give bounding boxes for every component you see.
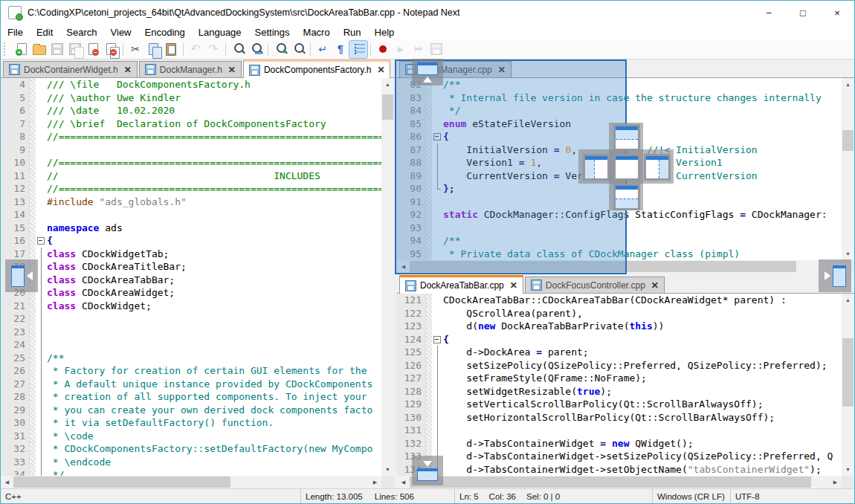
scroll-left-icon[interactable]: ◀ (397, 476, 410, 488)
menu-item-settings[interactable]: Settings (248, 25, 297, 39)
code-line[interactable]: 133 d->TabsContainerWidget->setSizePolic… (397, 450, 842, 463)
tab-dockfocuscontroller.cpp[interactable]: DockFocusController.cpp✕ (525, 277, 665, 293)
replace-button[interactable]: ab (247, 41, 265, 58)
code-line[interactable]: 5/// \author Uwe Kindler (1, 91, 381, 105)
new-file-button[interactable]: + (13, 41, 30, 58)
fold-collapse-icon[interactable] (432, 333, 443, 346)
find-button[interactable] (229, 41, 247, 58)
maximize-button[interactable]: □ (786, 1, 820, 25)
tab-dockcomponentsfactory.h[interactable]: DockComponentsFactory.h✕ (243, 59, 391, 78)
code-line[interactable]: 123 d(new DockAreaTabBarPrivate(this)) (397, 320, 842, 333)
code-line[interactable]: 23 (1, 326, 381, 339)
code-line[interactable]: 24 (1, 338, 381, 352)
vertical-scrollbar[interactable]: ▲ ▼ (842, 78, 854, 260)
code-line[interactable]: 125 d->DockArea = parent; (397, 346, 842, 359)
code-line[interactable]: 127 setFrameStyle(QFrame::NoFrame); (397, 372, 842, 385)
code-line[interactable]: 129 setVerticalScrollBarPolicy(Qt::Scrol… (397, 398, 842, 411)
vertical-scrollbar[interactable]: ▲ ▼ (381, 78, 394, 476)
code-line[interactable]: 28 * creation of all supported component… (1, 390, 381, 404)
editor-left[interactable]: 4/// \file DockComponentsFactory.h5/// \… (1, 78, 394, 488)
dock-top-indicator-icon[interactable] (613, 124, 640, 151)
menu-item-help[interactable]: Help (368, 25, 401, 39)
cut-button[interactable]: ✂ (126, 41, 144, 58)
save-all-button[interactable] (66, 41, 84, 58)
menu-item-run[interactable]: Run (337, 25, 368, 39)
redo-button[interactable]: ↷ (204, 41, 222, 58)
tab-dockmanager.h[interactable]: DockManager.h✕ (139, 61, 242, 77)
play-macro-button[interactable]: ▶ (392, 41, 410, 58)
scroll-up-icon[interactable]: ▲ (842, 78, 854, 91)
scrollbar-thumb[interactable] (842, 338, 854, 407)
dock-bottom-indicator-icon[interactable] (613, 184, 640, 210)
code-line[interactable]: 10//====================================… (1, 156, 381, 169)
code-line[interactable]: 32 * CDockComponentsFactory::setDefaultF… (1, 442, 381, 456)
dock-center-indicator-icon[interactable] (613, 154, 640, 181)
code-line[interactable]: 124{ (397, 333, 842, 346)
scrollbar-thumb[interactable] (842, 130, 854, 151)
scrollbar-thumb[interactable] (382, 94, 393, 120)
menu-item-file[interactable]: File (1, 25, 30, 39)
tab-close-icon[interactable]: ✕ (124, 65, 132, 75)
zoom-in-button[interactable]: + (271, 41, 289, 58)
code-line[interactable]: 26 * Factory for creation of certain GUI… (1, 364, 381, 378)
toolbar-grip[interactable] (4, 42, 8, 56)
record-macro-button[interactable] (374, 41, 392, 58)
code-line[interactable]: 33 * \endcode (1, 456, 381, 469)
horizontal-scrollbar[interactable]: ◀ ▶ (397, 476, 842, 488)
fold-collapse-icon[interactable] (36, 234, 47, 248)
scroll-down-icon[interactable]: ▼ (842, 463, 854, 476)
code-line[interactable]: 8//=====================================… (1, 130, 381, 143)
scroll-left-icon[interactable]: ◀ (1, 476, 13, 488)
zoom-out-button[interactable]: − (289, 41, 307, 58)
run-macro-multiple-button[interactable]: ▶▶ (410, 41, 428, 58)
code-line[interactable]: 121CDockAreaTabBar::CDockAreaTabBar(CDoc… (397, 294, 842, 307)
menu-item-macro[interactable]: Macro (297, 25, 337, 39)
scroll-right-icon[interactable]: ▶ (829, 476, 842, 488)
open-file-button[interactable] (30, 41, 48, 58)
scroll-up-icon[interactable]: ▲ (842, 294, 854, 306)
dock-window-top-indicator[interactable] (412, 59, 443, 85)
code-line[interactable]: 20class CDockAreaWidget; (1, 286, 381, 300)
close-button[interactable]: − (84, 41, 102, 58)
menu-item-view[interactable]: View (104, 25, 138, 39)
dock-window-right-indicator[interactable] (819, 259, 851, 292)
code-line[interactable]: 126 setSizePolicy(QSizePolicy::Preferred… (397, 359, 842, 372)
code-line[interactable]: 13#include "ads_globals.h" (1, 196, 381, 209)
menu-item-encoding[interactable]: Encoding (138, 25, 192, 39)
code-line[interactable]: 4/// \file DockComponentsFactory.h (1, 78, 381, 91)
editor-bottom-right[interactable]: 121CDockAreaTabBar::CDockAreaTabBar(CDoc… (397, 294, 854, 488)
code-line[interactable]: 22 (1, 312, 381, 326)
dock-left-indicator-icon[interactable] (583, 154, 610, 181)
code-line[interactable]: 12//====================================… (1, 182, 381, 196)
code-line[interactable]: 18class CDockAreaTitleBar; (1, 260, 381, 274)
code-line[interactable]: 9 (1, 143, 381, 157)
scrollbar-thumb[interactable] (410, 476, 811, 488)
code-line[interactable]: 132 d->TabsContainerWidget = new QWidget… (397, 437, 842, 450)
menu-item-edit[interactable]: Edit (30, 25, 59, 39)
code-line[interactable]: 128 setWidgetResizable(true); (397, 385, 842, 398)
tab-close-icon[interactable]: ✕ (228, 65, 236, 75)
code-line[interactable]: 16{ (1, 234, 381, 248)
code-line[interactable]: 122 QScrollArea(parent), (397, 307, 842, 320)
code-line[interactable]: 30 * it via setDefaultFactory() function… (1, 416, 381, 430)
code-line[interactable]: 11// INCLUDES (1, 169, 381, 183)
word-wrap-button[interactable]: ↵ (314, 41, 332, 58)
dock-window-bottom-indicator[interactable] (412, 456, 443, 485)
vertical-scrollbar[interactable]: ▲ ▼ (842, 294, 854, 476)
menu-item-search[interactable]: Search (59, 25, 103, 39)
indent-guide-button[interactable] (349, 41, 367, 58)
close-all-button[interactable]: − (102, 41, 120, 58)
code-line[interactable]: 131 (397, 424, 842, 437)
tab-close-icon[interactable]: ✕ (377, 65, 384, 75)
code-line[interactable]: 134 d->TabsContainerWidget->setObjectNam… (397, 463, 842, 476)
scroll-up-icon[interactable]: ▲ (381, 78, 394, 91)
dock-window-left-indicator[interactable] (5, 259, 38, 292)
undo-button[interactable]: ↶ (187, 41, 204, 58)
code-line[interactable]: 19class CDockAreaTabBar; (1, 274, 381, 287)
dock-right-indicator-icon[interactable] (644, 154, 671, 181)
close-button[interactable]: × (820, 1, 854, 25)
code-line[interactable]: 7/// \brief Declaration of DockComponent… (1, 117, 381, 131)
code-line[interactable]: 21class CDockWidget; (1, 300, 381, 313)
tab-dockareatabbar.cpp[interactable]: DockAreaTabBar.cpp✕ (399, 275, 523, 294)
code-line[interactable]: 34 */ (1, 468, 381, 476)
